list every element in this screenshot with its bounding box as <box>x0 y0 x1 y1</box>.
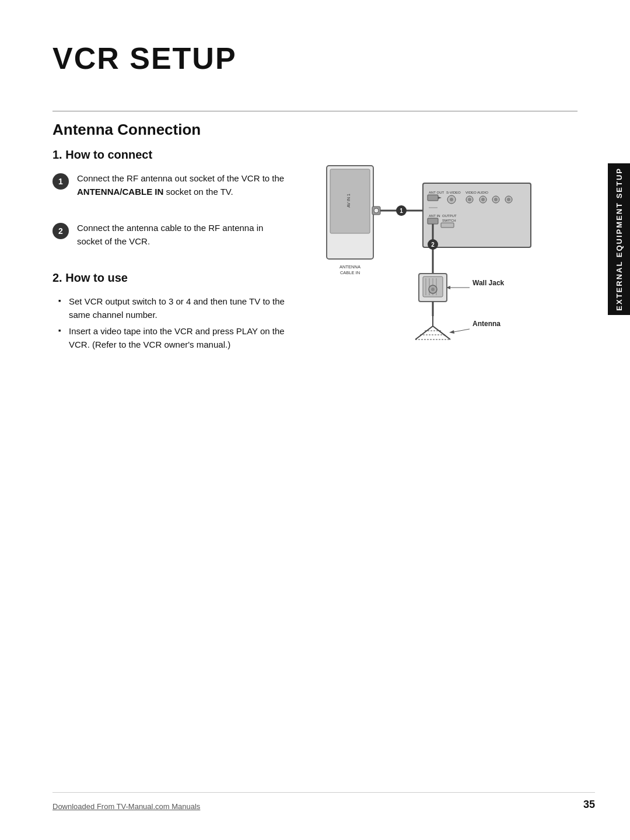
how-to-connect-layout: 1. How to connect 1 Connect the RF anten… <box>52 148 578 355</box>
section-heading: Antenna Connection <box>52 121 578 139</box>
svg-line-49 <box>433 326 450 340</box>
svg-text:Antenna: Antenna <box>473 320 501 328</box>
svg-text:ANT OUT: ANT OUT <box>429 191 444 194</box>
step-1-bold: ANTENNA/CABLE IN <box>77 187 163 197</box>
svg-text:2: 2 <box>431 242 435 248</box>
step-2-circle: 2 <box>52 223 69 239</box>
step-1-number: 1 <box>58 177 63 186</box>
how-to-use-list: Set VCR output switch to 3 or 4 and then… <box>52 295 286 351</box>
antenna-connection-section: Antenna Connection 1. How to connect 1 C… <box>52 111 578 355</box>
svg-text:SWITCH: SWITCH <box>442 219 456 222</box>
instructions-column: 1. How to connect 1 Connect the RF anten… <box>52 148 286 355</box>
step-2-block: 2 Connect the antenna cable to the RF an… <box>52 222 286 260</box>
svg-text:S-VIDEO: S-VIDEO <box>446 191 461 194</box>
svg-line-55 <box>454 329 470 332</box>
svg-text:ANTENNA: ANTENNA <box>340 264 360 270</box>
step-1-circle: 1 <box>52 173 69 190</box>
svg-text:Wall Jack: Wall Jack <box>473 279 505 287</box>
svg-point-16 <box>450 198 453 201</box>
diagram-area: AV IN 1 ANTENNA CABLE IN 1 <box>309 148 578 355</box>
page-container: EXTERNAL EQUIPMENT SETUP VCR SETUP Anten… <box>0 0 630 840</box>
svg-point-24 <box>494 198 498 201</box>
svg-text:CABLE IN: CABLE IN <box>340 270 360 275</box>
side-tab-text: EXTERNAL EQUIPMENT SETUP <box>615 167 624 311</box>
svg-rect-29 <box>428 218 438 224</box>
svg-text:1: 1 <box>400 208 403 214</box>
page-number: 35 <box>583 799 595 811</box>
svg-text:VIDEO: VIDEO <box>466 191 477 194</box>
step-2-text: Connect the antenna cable to the RF ante… <box>77 222 286 248</box>
step-2-number: 2 <box>58 226 63 236</box>
step-1-text: Connect the RF antenna out socket of the… <box>77 172 286 198</box>
bullet-2: Insert a video tape into the VCR and pre… <box>58 325 286 351</box>
svg-text:AV IN 1: AV IN 1 <box>346 194 351 208</box>
svg-rect-32 <box>441 223 454 228</box>
svg-point-4 <box>374 208 379 213</box>
svg-point-26 <box>507 198 510 201</box>
bottom-link[interactable]: Downloaded From TV-Manual.com Manuals <box>52 802 200 811</box>
bottom-bar: Downloaded From TV-Manual.com Manuals 35 <box>52 792 595 811</box>
svg-rect-12 <box>428 195 438 201</box>
bullet-1: Set VCR output switch to 3 or 4 and then… <box>58 295 286 321</box>
side-tab: EXTERNAL EQUIPMENT SETUP <box>608 163 630 315</box>
svg-point-43 <box>431 288 435 291</box>
svg-point-19 <box>468 198 471 201</box>
svg-point-21 <box>481 198 485 201</box>
how-to-use-heading: 2. How to use <box>52 271 286 285</box>
how-to-use-section: 2. How to use Set VCR output switch to 3… <box>52 271 286 351</box>
connection-diagram: AV IN 1 ANTENNA CABLE IN 1 <box>321 154 566 352</box>
section-top-divider <box>52 111 578 111</box>
svg-text:OUTPUT: OUTPUT <box>442 214 457 218</box>
svg-line-48 <box>415 326 433 340</box>
how-to-connect-heading: 1. How to connect <box>52 148 286 162</box>
svg-text:ANT IN: ANT IN <box>429 214 440 218</box>
svg-text:AUDIO: AUDIO <box>477 191 488 194</box>
svg-marker-56 <box>449 330 454 334</box>
step-1-block: 1 Connect the RF antenna out socket of t… <box>52 172 286 210</box>
page-title: VCR SETUP <box>52 41 578 76</box>
